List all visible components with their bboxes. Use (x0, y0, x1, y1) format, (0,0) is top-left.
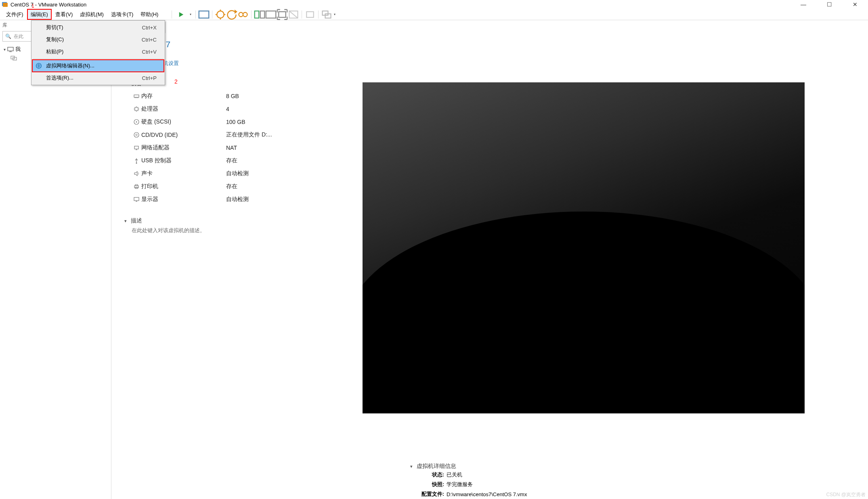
detail-state-label: 状态: (410, 471, 444, 478)
sound-icon (132, 170, 141, 177)
device-value: 正在使用文件 D:... (226, 131, 302, 138)
view-fullscreen-button[interactable] (277, 9, 288, 20)
menu-paste[interactable]: 粘贴(P) Ctrl+V (32, 46, 164, 58)
svg-rect-14 (307, 12, 314, 17)
window-maximize[interactable]: ☐ (816, 0, 842, 9)
snapshot-manager-button[interactable] (237, 9, 249, 20)
device-row[interactable]: CD/DVD (IDE)正在使用文件 D:... (132, 128, 302, 141)
device-row[interactable]: USB 控制器存在 (132, 154, 302, 167)
menu-cut-label: 剪切(T) (46, 24, 63, 31)
device-name: 网络适配器 (141, 144, 226, 151)
menu-vnet-label: 虚拟网络编辑器(N)... (46, 62, 94, 69)
library-sidebar: 库 🔍 在此 ▾ 我 (0, 20, 111, 499)
view-stretch-button[interactable] (304, 9, 316, 20)
menu-view[interactable]: 查看(V) (52, 9, 76, 20)
device-row[interactable]: 显示器自动检测 (132, 193, 302, 206)
svg-point-25 (136, 122, 137, 123)
device-value: NAT (226, 145, 302, 151)
menu-prefs-shortcut: Ctrl+P (142, 75, 157, 81)
device-row[interactable]: 内存8 GB (132, 90, 302, 103)
snapshot-revert-button[interactable] (226, 9, 237, 20)
library-label: 库 (2, 22, 7, 29)
screenshot-button[interactable] (198, 9, 210, 20)
menu-separator (33, 59, 164, 59)
edit-vm-settings-link[interactable]: 编辑虚拟机设置 (124, 58, 855, 68)
watermark: CSDN @岚空勇者 (826, 491, 866, 498)
view-quickswitch-menu-arrow[interactable]: ▾ (332, 13, 337, 16)
device-value: 自动检测 (226, 170, 302, 177)
svg-rect-9 (260, 11, 265, 18)
menu-preferences[interactable]: 首选项(R)... Ctrl+P (32, 72, 164, 84)
device-row[interactable]: 处理器4 (132, 103, 302, 115)
svg-point-4 (217, 11, 224, 18)
cpu-icon (132, 106, 141, 112)
window-minimize[interactable]: — (790, 0, 816, 9)
menu-file[interactable]: 文件(F) (2, 9, 27, 20)
view-console-button[interactable] (265, 9, 277, 20)
printer-icon (132, 183, 141, 190)
menu-cut[interactable]: 剪切(T) Ctrl+X (32, 21, 164, 34)
device-value: 100 GB (226, 119, 302, 125)
device-value: 自动检测 (226, 196, 302, 203)
menu-paste-label: 粘贴(P) (46, 48, 63, 55)
menu-edit[interactable]: 编辑(E) (27, 9, 52, 20)
device-name: 显示器 (141, 196, 226, 203)
svg-line-13 (289, 11, 298, 18)
menu-vm[interactable]: 虚拟机(M) (76, 9, 107, 20)
power-on-menu-arrow[interactable]: ▾ (188, 13, 193, 16)
detail-snapshot-value: 学完微服务 (447, 481, 473, 488)
snapshot-take-button[interactable] (215, 9, 226, 20)
svg-rect-23 (135, 107, 138, 111)
power-on-button[interactable] (174, 9, 188, 20)
menu-help[interactable]: 帮助(H) (137, 9, 162, 20)
window-close[interactable]: ✕ (842, 0, 868, 9)
vm-console-preview[interactable] (363, 82, 805, 413)
device-name: 内存 (141, 92, 226, 100)
detail-config-value: D:\vmware\centos7\CentOS 7.vmx (447, 491, 527, 497)
device-row[interactable]: 打印机存在 (132, 180, 302, 193)
menu-copy-shortcut: Ctrl+C (142, 37, 157, 43)
device-name: 处理器 (141, 105, 226, 113)
device-name: 打印机 (141, 183, 226, 190)
svg-point-27 (136, 134, 137, 136)
svg-point-29 (136, 163, 137, 164)
svg-rect-28 (134, 146, 138, 149)
view-split-button[interactable] (254, 9, 265, 20)
menu-cut-shortcut: Ctrl+X (142, 25, 157, 31)
details-section-header[interactable]: ▾虚拟机详细信息 (410, 463, 868, 470)
chevron-down-icon: ▾ (2, 47, 7, 52)
memory-icon (132, 93, 141, 99)
view-unity-button[interactable] (288, 9, 299, 20)
svg-rect-10 (266, 11, 276, 18)
device-value: 4 (226, 106, 302, 112)
device-name: 声卡 (141, 170, 226, 177)
usb-icon (132, 157, 141, 164)
description-section-header[interactable]: ▾描述 (124, 217, 302, 224)
chevron-down-icon: ▾ (410, 464, 417, 469)
svg-point-7 (243, 12, 247, 17)
view-quickswitch-button[interactable] (321, 9, 332, 20)
search-icon: 🔍 (5, 34, 11, 39)
description-placeholder[interactable]: 在此处键入对该虚拟机的描述。 (124, 227, 302, 234)
menu-virtual-network-editor[interactable]: 虚拟网络编辑器(N)... (32, 60, 164, 72)
partial-link[interactable]: 拟机 (124, 48, 855, 58)
disc-icon (132, 132, 141, 138)
svg-marker-5 (235, 9, 237, 14)
svg-rect-18 (8, 47, 13, 51)
svg-rect-8 (255, 11, 259, 18)
disk-icon (132, 119, 141, 125)
tabs-icon (10, 55, 17, 61)
device-row[interactable]: 网络适配器NAT (132, 141, 302, 154)
menu-prefs-label: 首选项(R)... (46, 74, 73, 82)
svg-point-6 (239, 12, 243, 17)
device-row[interactable]: 声卡自动检测 (132, 167, 302, 180)
network-icon (132, 145, 141, 151)
device-value: 8 GB (226, 93, 302, 99)
device-row[interactable]: 硬盘 (SCSI)100 GB (132, 115, 302, 128)
menu-tabs[interactable]: 选项卡(T) (107, 9, 137, 20)
menu-copy[interactable]: 复制(C) Ctrl+C (32, 34, 164, 46)
device-value: 存在 (226, 157, 302, 164)
edit-menu-dropdown: 剪切(T) Ctrl+X 复制(C) Ctrl+C 粘贴(P) Ctrl+V 虚… (31, 20, 165, 85)
device-name: CD/DVD (IDE) (141, 132, 226, 138)
globe-icon (36, 63, 42, 69)
